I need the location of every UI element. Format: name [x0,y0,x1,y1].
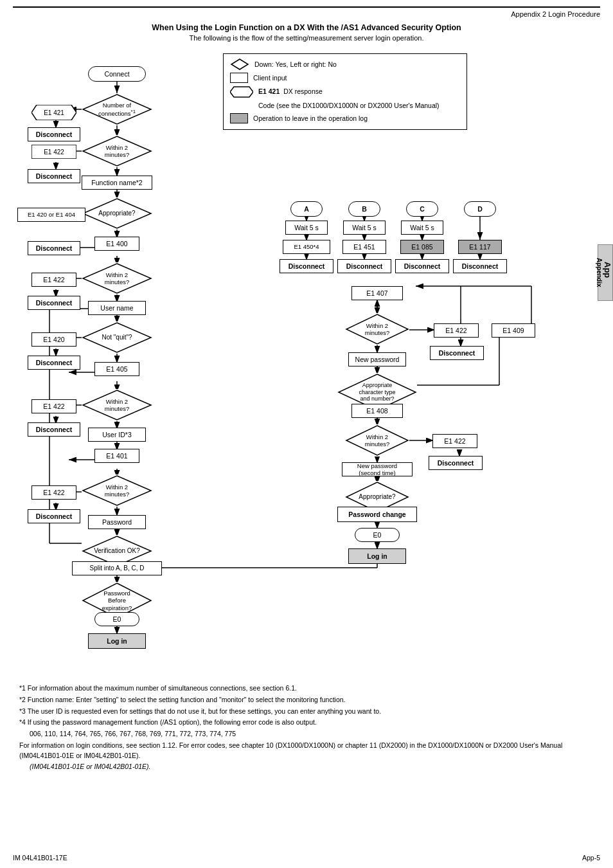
e1-422-2-box: E1 422 [31,273,76,287]
legend-pentagon-shape [230,86,253,98]
e1-117-box: E1 117 [458,240,502,254]
app-tab-app: App [603,258,612,282]
legend-diamond-label: Down: Yes, Left or right: No [254,59,337,70]
svg-marker-73 [231,59,248,69]
e1-422-3-box: E1 422 [31,399,76,413]
within2-4-diamond: Within 2minutes? [82,475,152,507]
footer-right: App-5 [582,854,600,862]
within2-3-diamond: Within 2minutes? [82,389,152,421]
footnote-5: For information on login conditions, see… [19,741,600,761]
connect-box: Connect [88,66,146,82]
footnotes-section: *1 For information about the maximum num… [13,683,600,772]
e1-451-box: E1 451 [342,240,386,254]
within2-2-diamond: Within 2minutes? [82,262,152,294]
within2-5-diamond: Within 2minutes? [345,313,409,345]
within2-6-diamond: Within 2minutes? [345,424,409,457]
e0-2-box: E0 [355,528,400,542]
a-label-box: A [290,201,323,217]
legend-gray-shape [230,113,248,123]
footer: IM 04L41B01-17E App-5 [13,854,600,862]
legend-pentagon-label: E1 421 DX response [258,86,323,97]
legend-rect-label: Client input [253,73,287,84]
e1-422-4-box: E1 422 [31,485,76,500]
disc-a-box: Disconnect [280,259,333,273]
footnote-2: *2 Function name: Enter "setting" to sel… [19,695,600,705]
d-label-box: D [464,201,496,217]
disconnect-8-box: Disconnect [430,346,484,360]
e1-450-box: E1 450*4 [283,240,330,254]
svg-marker-74 [230,87,253,97]
main-title: When Using the Login Function on a DX Wi… [13,23,600,32]
e1-405-box: E1 405 [94,362,139,376]
legend-box: Down: Yes, Left or right: No Client inpu… [223,53,467,130]
password-change-box: Password change [337,507,417,522]
disc-c-box: Disconnect [395,259,449,273]
e1-407-box: E1 407 [351,286,403,300]
new-password-2nd-box: New password(second time) [342,462,413,476]
e1-408-box: E1 408 [351,404,403,418]
header-title: Appendix 2 Login Procedure [13,10,600,18]
e1-400-box: E1 400 [94,237,139,251]
footnote-3: *3 The user ID is requested even for set… [19,707,600,717]
password-box: Password [88,515,146,529]
e1-409-box: E1 409 [492,323,535,338]
num-connections-diamond: Number ofconnections*1 [82,93,152,125]
e1-422-6-box: E1 422 [432,434,477,448]
e1-421-box: E1 421 [31,105,76,122]
disconnect-3-box: Disconnect [28,241,80,255]
disconnect-6-box: Disconnect [28,422,80,437]
svg-text:E1 422: E1 422 [44,149,64,156]
app-tab-appendix: Appendix [596,258,603,287]
disconnect-7-box: Disconnect [28,509,80,523]
wait5s-c-box: Wait 5 s [401,221,443,235]
e1-401-box: E1 401 [94,449,139,463]
disc-d-box: Disconnect [453,259,507,273]
function-name-box: Function name*2 [82,176,152,190]
wait5s-a-box: Wait 5 s [285,221,328,235]
svg-text:E1 421: E1 421 [44,109,64,116]
disconnect-2-box: Disconnect [28,169,80,183]
subtitle: The following is the flow of the setting… [13,34,600,42]
legend-rect-shape [230,73,248,83]
disconnect-5-box: Disconnect [28,356,80,370]
appropriate-1-diamond: Appropriate? [82,197,152,230]
e0-1-box: E0 [94,612,139,626]
wait5s-b-box: Wait 5 s [343,221,386,235]
app-tab: App Appendix [598,244,613,301]
not-quit-diamond: Not "quit"? [82,321,152,354]
footnote-5b: (IM04L41B01-01E or IM04L42B01-01E). [19,762,600,772]
b-label-box: B [348,201,380,217]
new-password-box: New password [348,352,406,366]
diagram-area: Down: Yes, Left or right: No Client inpu… [17,48,596,678]
disconnect-4-box: Disconnect [28,296,80,310]
e1-420-box: E1 420 [31,332,76,347]
user-id-box: User ID*3 [88,428,146,442]
legend-diamond-shape [230,58,249,71]
e1-422-5-box: E1 422 [434,323,479,338]
log-in-1-box: Log in [88,633,146,649]
user-name-box: User name [88,301,146,315]
within2-1-diamond: Within 2minutes? [82,135,152,167]
footnote-4b: 006, 110, 114, 764, 765, 766, 767, 768, … [19,729,600,739]
page: Appendix 2 Login Procedure When Using th… [0,0,613,868]
e1420-e1404-box: E1 420 or E1 404 [17,208,85,222]
disconnect-9-box: Disconnect [429,456,483,470]
footer-left: IM 04L41B01-17E [13,854,67,862]
split-abcd-box: Split into A, B, C, D [72,561,162,575]
footnote-4: *4 If using the password management func… [19,718,600,728]
e1-422-1-box: E1 422 [31,145,76,160]
header-line [13,6,600,8]
log-in-2-box: Log in [348,548,406,564]
disc-b-box: Disconnect [337,259,391,273]
footnote-1: *1 For information about the maximum num… [19,683,600,694]
c-label-box: C [406,201,438,217]
e1-085-box: E1 085 [400,240,444,254]
legend-code-label: Code (see the DX1000/DX1000N or DX2000 U… [258,100,440,111]
disconnect-1-box: Disconnect [28,127,80,141]
legend-gray-label: Operation to leave in the operation log [253,113,368,124]
